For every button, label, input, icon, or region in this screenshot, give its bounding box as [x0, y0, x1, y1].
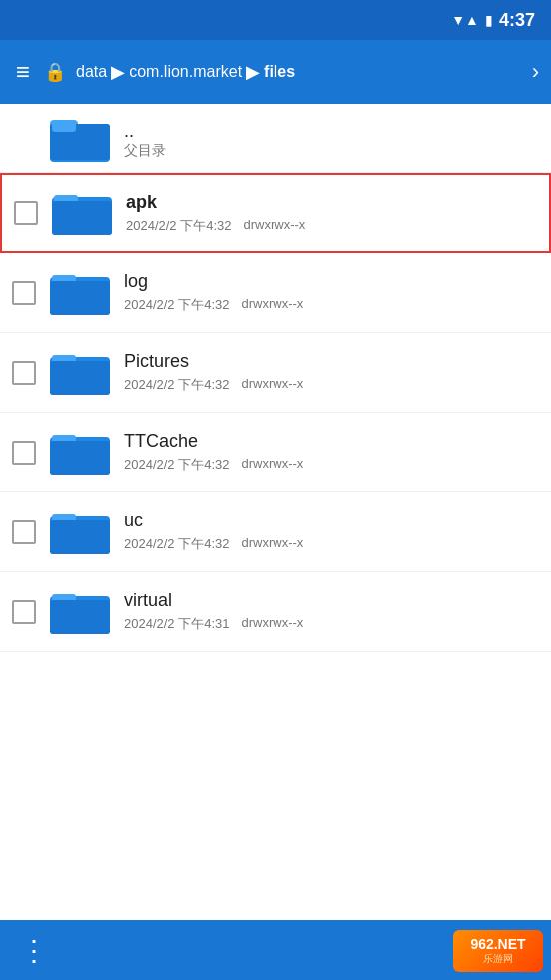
file-name-4: uc	[124, 510, 539, 531]
folder-icon-wrapper-4	[48, 504, 112, 560]
file-item-pictures[interactable]: Pictures 2024/2/2 下午4:32 drwxrwx--x	[0, 333, 551, 413]
file-item-ttcache[interactable]: TTCache 2024/2/2 下午4:32 drwxrwx--x	[0, 413, 551, 492]
parent-dots: ..	[124, 121, 166, 142]
svg-rect-18	[50, 520, 110, 554]
folder-icon-wrapper-2	[48, 345, 112, 401]
folder-icon-wrapper-0	[50, 185, 114, 241]
signal-icon: ▼▲	[451, 12, 479, 28]
file-info-5: virtual 2024/2/2 下午4:31 drwxrwx--x	[124, 590, 539, 633]
file-checkbox-1[interactable]	[12, 281, 36, 305]
svg-rect-3	[52, 122, 76, 132]
file-date-4: 2024/2/2 下午4:32	[124, 535, 230, 553]
file-checkbox-4[interactable]	[12, 520, 36, 544]
status-icons: ▼▲ ▮ 4:37	[451, 10, 535, 31]
folder-icon-2	[50, 347, 110, 399]
watermark-line2: 乐游网	[483, 952, 513, 966]
parent-dir-info: .. 父目录	[124, 121, 166, 160]
folder-icon-3	[50, 427, 110, 479]
svg-rect-15	[50, 441, 110, 475]
file-name-3: TTCache	[124, 431, 539, 452]
status-bar: ▼▲ ▮ 4:37	[0, 0, 551, 40]
file-date-1: 2024/2/2 下午4:32	[124, 296, 230, 314]
breadcrumb-sep2: ▶	[246, 61, 260, 83]
file-permissions-3: drwxrwx--x	[242, 456, 304, 474]
file-date-0: 2024/2/2 下午4:32	[126, 217, 232, 235]
folder-icon-wrapper-5	[48, 584, 112, 640]
svg-rect-12	[50, 361, 110, 395]
parent-folder-icon	[48, 114, 112, 166]
file-date-3: 2024/2/2 下午4:32	[124, 456, 230, 474]
file-checkbox-3[interactable]	[12, 441, 36, 465]
file-date-5: 2024/2/2 下午4:31	[124, 615, 230, 633]
file-name-2: Pictures	[124, 351, 539, 372]
parent-label: 父目录	[124, 142, 166, 160]
file-item-apk[interactable]: apk 2024/2/2 下午4:32 drwxrwx--x	[0, 173, 551, 253]
file-checkbox-2[interactable]	[12, 361, 36, 385]
watermark-inner: 962.NET 乐游网	[470, 936, 525, 966]
file-permissions-1: drwxrwx--x	[242, 296, 304, 314]
file-item-uc[interactable]: uc 2024/2/2 下午4:32 drwxrwx--x	[0, 492, 551, 572]
file-permissions-4: drwxrwx--x	[242, 535, 304, 553]
file-item-log[interactable]: log 2024/2/2 下午4:32 drwxrwx--x	[0, 253, 551, 333]
menu-icon[interactable]: ≡	[12, 54, 34, 90]
file-meta-4: 2024/2/2 下午4:32 drwxrwx--x	[124, 535, 539, 553]
status-time: 4:37	[499, 10, 535, 31]
breadcrumb-files[interactable]: files	[264, 63, 295, 81]
watermark: 962.NET 乐游网	[453, 930, 543, 972]
file-date-2: 2024/2/2 下午4:32	[124, 376, 230, 394]
breadcrumb-com-lion-market[interactable]: com.lion.market	[129, 63, 242, 81]
watermark-line1: 962.NET	[470, 936, 525, 952]
breadcrumb-sep1: ▶	[111, 61, 125, 83]
nav-bar: ≡ 🔒 data ▶ com.lion.market ▶ files ›	[0, 40, 551, 104]
file-items-container: apk 2024/2/2 下午4:32 drwxrwx--x log 2024/…	[0, 173, 551, 652]
file-info-0: apk 2024/2/2 下午4:32 drwxrwx--x	[126, 192, 537, 235]
file-meta-3: 2024/2/2 下午4:32 drwxrwx--x	[124, 456, 539, 474]
folder-icon-4	[50, 506, 110, 558]
battery-icon: ▮	[485, 12, 493, 28]
svg-rect-6	[52, 201, 112, 235]
file-permissions-2: drwxrwx--x	[242, 376, 304, 394]
file-permissions-0: drwxrwx--x	[244, 217, 306, 235]
parent-dir-item[interactable]: .. 父目录	[0, 104, 551, 173]
file-name-0: apk	[126, 192, 537, 213]
more-options-icon[interactable]: ⋮	[20, 934, 48, 967]
file-info-3: TTCache 2024/2/2 下午4:32 drwxrwx--x	[124, 431, 539, 474]
folder-icon-5	[50, 586, 110, 638]
file-name-1: log	[124, 271, 539, 292]
file-permissions-5: drwxrwx--x	[242, 615, 304, 633]
lock-icon: 🔒	[44, 61, 66, 83]
bottom-bar: ⋮ 962.NET 乐游网	[0, 920, 551, 980]
file-info-4: uc 2024/2/2 下午4:32 drwxrwx--x	[124, 510, 539, 553]
chevron-right-icon[interactable]: ›	[532, 59, 539, 85]
folder-icon-wrapper-1	[48, 265, 112, 321]
breadcrumb: data ▶ com.lion.market ▶ files	[76, 61, 522, 83]
svg-rect-21	[50, 600, 110, 634]
breadcrumb-data[interactable]: data	[76, 63, 107, 81]
file-meta-0: 2024/2/2 下午4:32 drwxrwx--x	[126, 217, 537, 235]
file-info-1: log 2024/2/2 下午4:32 drwxrwx--x	[124, 271, 539, 314]
file-item-virtual[interactable]: virtual 2024/2/2 下午4:31 drwxrwx--x	[0, 572, 551, 652]
file-info-2: Pictures 2024/2/2 下午4:32 drwxrwx--x	[124, 351, 539, 394]
file-name-5: virtual	[124, 590, 539, 611]
folder-icon-wrapper-3	[48, 425, 112, 481]
file-meta-2: 2024/2/2 下午4:32 drwxrwx--x	[124, 376, 539, 394]
svg-rect-9	[50, 281, 110, 315]
file-checkbox-0[interactable]	[14, 201, 38, 225]
file-checkbox-5[interactable]	[12, 600, 36, 624]
file-meta-5: 2024/2/2 下午4:31 drwxrwx--x	[124, 615, 539, 633]
folder-icon-0	[52, 187, 112, 239]
file-meta-1: 2024/2/2 下午4:32 drwxrwx--x	[124, 296, 539, 314]
file-list: .. 父目录 apk 2024/2/2 下午4:32 drwxrwx--x	[0, 104, 551, 920]
folder-icon-1	[50, 267, 110, 319]
